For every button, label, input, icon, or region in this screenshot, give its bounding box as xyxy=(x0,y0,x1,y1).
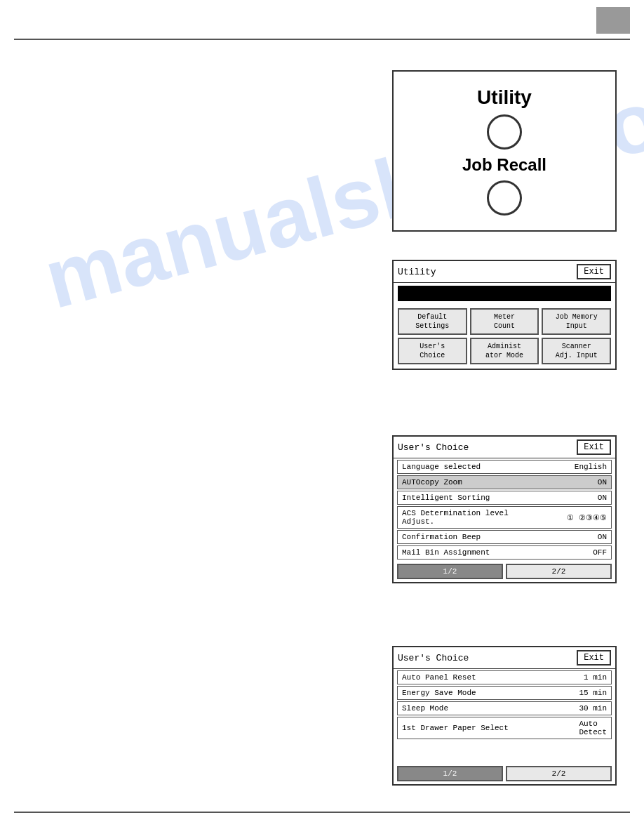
mail-bin-assignment-value: OFF xyxy=(593,548,607,557)
job-recall-title: Job Recall xyxy=(462,155,546,175)
autocopy-zoom-label: AUTOcopy Zoom xyxy=(402,478,462,486)
sleep-mode-value: 30 min xyxy=(579,704,607,713)
autocopy-zoom-value: ON xyxy=(598,478,607,486)
meter-count-button[interactable]: MeterCount xyxy=(470,308,539,335)
auto-panel-reset-label: Auto Panel Reset xyxy=(402,673,476,682)
users-choice-panel-2: User's Choice Exit Auto Panel Reset 1 mi… xyxy=(392,646,617,786)
page2-1-2-button[interactable]: 1/2 xyxy=(397,766,503,781)
mail-bin-assignment-row[interactable]: Mail Bin Assignment OFF xyxy=(397,545,612,560)
default-settings-button[interactable]: DefaultSettings xyxy=(398,308,467,335)
page-2-2-button[interactable]: 2/2 xyxy=(506,564,612,579)
energy-save-mode-row[interactable]: Energy Save Mode 15 min xyxy=(397,686,612,700)
language-value: English xyxy=(575,463,607,471)
utility-menu-title: Utility xyxy=(398,267,436,277)
sleep-mode-label: Sleep Mode xyxy=(402,704,448,713)
utility-circle xyxy=(487,114,522,150)
intelligent-sorting-row[interactable]: Intelligent Sorting ON xyxy=(397,491,612,505)
drawer-paper-select-value: AutoDetect xyxy=(579,720,607,736)
users-choice-header: User's Choice Exit xyxy=(394,437,615,458)
acs-determination-value: ① ②③④⑤ xyxy=(567,513,607,522)
energy-save-mode-value: 15 min xyxy=(579,689,607,697)
drawer-paper-select-label: 1st Drawer Paper Select xyxy=(402,724,509,732)
auto-panel-reset-row[interactable]: Auto Panel Reset 1 min xyxy=(397,670,612,684)
page-nav-1: 1/2 2/2 xyxy=(394,561,615,582)
language-row[interactable]: Language selected English xyxy=(397,460,612,474)
acs-determination-label: ACS Determination levelAdjust. xyxy=(402,509,509,526)
language-label: Language selected xyxy=(402,463,481,471)
utility-menu-header: Utility Exit xyxy=(394,261,615,283)
utility-title: Utility xyxy=(477,86,532,109)
confirmation-beep-label: Confirmation Beep xyxy=(402,533,481,541)
bottom-divider xyxy=(14,812,630,813)
page2-2-2-button[interactable]: 2/2 xyxy=(506,766,612,781)
users-choice-2-exit-button[interactable]: Exit xyxy=(577,650,611,666)
mail-bin-assignment-label: Mail Bin Assignment xyxy=(402,548,490,557)
confirmation-beep-value: ON xyxy=(598,533,607,541)
users-choice-2-title: User's Choice xyxy=(398,653,469,663)
job-recall-circle xyxy=(487,180,522,216)
page-1-2-button[interactable]: 1/2 xyxy=(397,564,503,579)
energy-save-mode-label: Energy Save Mode xyxy=(402,689,476,697)
confirmation-beep-row[interactable]: Confirmation Beep ON xyxy=(397,530,612,544)
sleep-mode-row[interactable]: Sleep Mode 30 min xyxy=(397,701,612,715)
users-choice-panel-1: User's Choice Exit Language selected Eng… xyxy=(392,435,617,583)
users-choice-2-header: User's Choice Exit xyxy=(394,647,615,669)
utility-black-bar xyxy=(398,286,611,301)
intelligent-sorting-label: Intelligent Sorting xyxy=(402,494,490,502)
utility-menu-panel: Utility Exit DefaultSettings MeterCount … xyxy=(392,260,617,370)
page-nav-2: 1/2 2/2 xyxy=(394,763,615,784)
intelligent-sorting-value: ON xyxy=(598,494,607,502)
scanner-adj-input-button[interactable]: ScannerAdj. Input xyxy=(542,338,611,364)
utility-exit-button[interactable]: Exit xyxy=(577,264,611,279)
users-choice-exit-button[interactable]: Exit xyxy=(577,439,611,455)
utility-job-recall-panel: Utility Job Recall xyxy=(392,70,617,232)
autocopy-zoom-row[interactable]: AUTOcopy Zoom ON xyxy=(397,475,612,489)
drawer-paper-select-row[interactable]: 1st Drawer Paper Select AutoDetect xyxy=(397,717,612,739)
job-memory-input-button[interactable]: Job MemoryInput xyxy=(542,308,611,335)
auto-panel-reset-value: 1 min xyxy=(584,673,607,682)
users-choice-button[interactable]: User'sChoice xyxy=(398,338,467,364)
administrator-mode-button[interactable]: Administator Mode xyxy=(470,338,539,364)
acs-determination-row[interactable]: ACS Determination levelAdjust. ① ②③④⑤ xyxy=(397,506,612,529)
utility-grid-buttons: DefaultSettings MeterCount Job MemoryInp… xyxy=(394,304,615,369)
top-right-square xyxy=(596,7,630,34)
top-divider xyxy=(14,39,630,40)
users-choice-title: User's Choice xyxy=(398,442,469,453)
